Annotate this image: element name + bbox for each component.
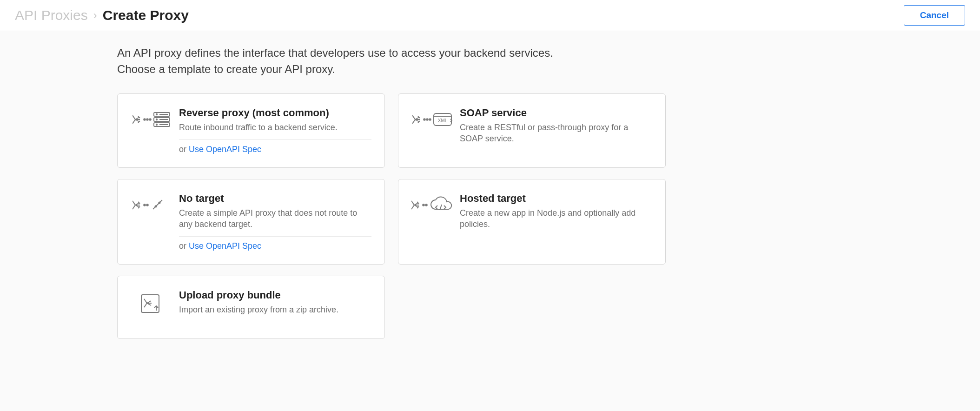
svg-point-12 [424,119,425,120]
card-no-target[interactable]: No target Create a simple API proxy that… [117,179,385,265]
svg-point-23 [423,204,424,206]
or-label: or [179,241,189,251]
chevron-right-icon: › [93,9,97,22]
card-desc: Route inbound traffic to a backend servi… [179,122,371,133]
openapi-link[interactable]: Use OpenAPI Spec [189,241,261,251]
hosted-target-icon [411,192,453,215]
card-desc: Create a simple API proxy that does not … [179,207,371,230]
container: An API proxy defines the interface that … [117,45,762,339]
card-body: No target Create a simple API proxy that… [172,192,371,252]
divider [179,139,371,140]
card-title: SOAP service [460,107,652,119]
upload-bundle-icon [131,289,172,314]
svg-point-24 [425,204,427,206]
header: API Proxies › Create Proxy Cancel [0,0,980,31]
reverse-proxy-icon [131,107,172,129]
card-body: Hosted target Create a new app in Node.j… [453,192,652,230]
svg-text:XML: XML [438,118,448,123]
main: An API proxy defines the interface that … [0,31,980,411]
svg-point-13 [426,119,428,120]
openapi-link[interactable]: Use OpenAPI Spec [189,145,261,154]
openapi-row: or Use OpenAPI Spec [179,241,371,251]
intro-line-1: An API proxy defines the interface that … [117,45,762,61]
intro-line-2: Choose a template to create your API pro… [117,61,762,78]
card-title: Hosted target [460,192,652,205]
card-desc: Create a new app in Node.js and optional… [460,207,652,230]
svg-point-21 [155,206,157,207]
breadcrumb-prev[interactable]: API Proxies [15,7,88,23]
or-label: or [179,145,189,154]
breadcrumb-current: Create Proxy [103,7,189,23]
svg-point-8 [156,124,157,125]
card-body: Upload proxy bundle Import an existing p… [172,289,371,315]
svg-point-7 [156,119,157,119]
svg-point-6 [156,113,157,114]
card-title: No target [179,192,371,205]
svg-point-18 [144,204,146,206]
card-body: SOAP service Create a RESTful or pass-th… [453,107,652,145]
card-hosted-target[interactable]: Hosted target Create a new app in Node.j… [398,179,666,265]
cards-grid: Reverse proxy (most common) Route inboun… [117,93,762,339]
card-upload-bundle[interactable]: Upload proxy bundle Import an existing p… [117,276,385,339]
no-target-icon [131,192,172,215]
svg-point-22 [159,202,160,203]
card-desc: Create a RESTful or pass-through proxy f… [460,122,652,145]
cancel-button[interactable]: Cancel [904,5,965,26]
svg-point-14 [429,119,431,120]
card-reverse-proxy[interactable]: Reverse proxy (most common) Route inboun… [117,93,385,168]
intro-text: An API proxy defines the interface that … [117,45,762,78]
card-body: Reverse proxy (most common) Route inboun… [172,107,371,154]
svg-point-19 [146,204,148,206]
card-desc: Import an existing proxy from a zip arch… [179,304,371,315]
card-soap[interactable]: XML SOAP service Create a RESTful or pas… [398,93,666,168]
openapi-row: or Use OpenAPI Spec [179,145,371,154]
soap-icon: XML [411,107,453,129]
svg-point-1 [146,119,148,120]
svg-point-2 [149,119,151,120]
card-title: Reverse proxy (most common) [179,107,371,119]
divider [179,236,371,237]
breadcrumb: API Proxies › Create Proxy [15,7,189,23]
svg-point-0 [144,119,146,120]
svg-line-20 [153,200,162,209]
card-title: Upload proxy bundle [179,289,371,301]
